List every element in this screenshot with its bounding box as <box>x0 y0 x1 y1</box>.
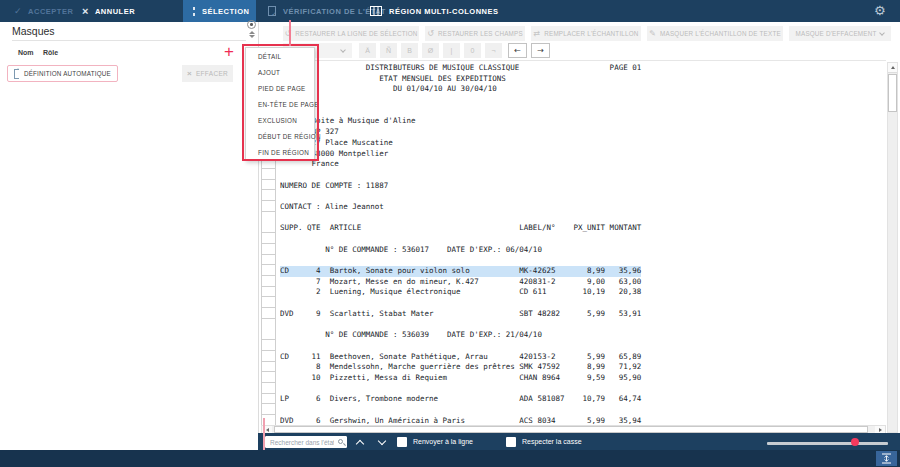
report-line[interactable]: 7 Mozart, Messe en do mineur, K.427 4208… <box>280 277 880 288</box>
trap-char-label: | <box>451 47 453 54</box>
search-input[interactable] <box>265 436 347 448</box>
vertical-scrollbar[interactable] <box>887 62 898 433</box>
horizontal-scrollbar-thumb[interactable] <box>274 426 868 433</box>
fit-height-icon <box>881 453 892 464</box>
status-bar <box>0 450 900 467</box>
restore-selection-line-label: RESTAURER LA LIGNE DE SÉLECTION <box>295 30 417 37</box>
wrap-line-checkbox[interactable] <box>397 437 407 447</box>
report-line[interactable]: ETAT MENSUEL DES EXPEDITIONS <box>280 74 880 85</box>
report-line-text: N° DE COMMANDE : 536039 DATE D'EXP.: 21/… <box>280 330 542 341</box>
report-line[interactable]: CD 4 Bartok, Sonate pour violon solo MK-… <box>280 266 880 277</box>
search-next-button[interactable] <box>378 437 386 445</box>
report-line[interactable] <box>280 106 880 117</box>
tab-multicolumn-region[interactable]: RÉGION MULTI-COLONNES <box>360 0 509 22</box>
zoom-slider-track[interactable] <box>767 442 888 445</box>
trap-char-label: B <box>407 47 412 54</box>
report-line[interactable] <box>280 384 880 395</box>
report-line[interactable]: 48000 Montpellier <box>280 149 880 160</box>
report-line[interactable]: 10 Pizzetti, Messa di Requiem CHAN 8964 … <box>280 373 880 384</box>
mask-text-sample-button[interactable]: ✎ MASQUER L'ÉCHANTILLON DE TEXTE <box>647 26 783 41</box>
report-line-text: DVD 6 Gershwin, Un Américain à Paris ACS… <box>280 416 641 425</box>
gear-icon[interactable]: ⚙ <box>874 3 886 18</box>
chevron-down-icon <box>340 47 346 53</box>
report-line[interactable] <box>280 170 880 181</box>
restore-fields-label: RESTAURER LES CHAMPS <box>438 30 523 37</box>
report-line[interactable]: LP 6 Divers, Trombone moderne ADA 581087… <box>280 394 880 405</box>
report-line[interactable] <box>280 341 880 352</box>
trap-char-label: Ø <box>428 47 433 54</box>
search-previous-button[interactable] <box>356 440 364 448</box>
accept-button[interactable]: ✓ ACCEPTER <box>14 0 73 22</box>
erase-mask-dropdown-button[interactable]: MASQUE D'EFFACEMENT <box>789 26 891 41</box>
report-line[interactable] <box>280 234 880 245</box>
page-edit-icon <box>14 68 19 79</box>
report-line[interactable] <box>280 320 880 331</box>
tab-region-label: RÉGION MULTI-COLONNES <box>389 7 499 16</box>
tab-selection[interactable]: SÉLECTION <box>183 0 256 22</box>
triangle-right-icon <box>879 428 882 432</box>
report-line-text: CD 4 Bartok, Sonate pour violon solo MK-… <box>280 266 641 277</box>
document-check-icon: ✓ <box>268 6 276 16</box>
arrow-left-icon: ← <box>514 46 521 55</box>
match-case-label: Respecter la casse <box>522 438 582 445</box>
nav-left-button[interactable]: ← <box>508 43 527 58</box>
panel-separator <box>12 40 246 41</box>
replace-sample-button[interactable]: ⇄ REMPLACER L'ÉCHANTILLON <box>531 26 641 41</box>
report-line[interactable] <box>280 298 880 309</box>
trap-char-label: ¬ <box>491 47 495 54</box>
report-line[interactable]: 27 Place Muscatine <box>280 138 880 149</box>
annotation-line-bottom <box>263 418 265 450</box>
report-line[interactable] <box>280 213 880 224</box>
report-line-text: NUMERO DE COMPTE : 11887 <box>280 181 388 192</box>
erase-mask-button[interactable]: × EFFACER <box>182 65 233 82</box>
trap-char-button[interactable]: Ä <box>359 43 376 58</box>
zoom-slider-handle[interactable] <box>851 438 859 446</box>
trap-char-button[interactable]: B <box>401 43 418 58</box>
trap-char-label: 0 <box>471 47 475 54</box>
report-line[interactable]: DU 01/04/10 AU 30/04/10 <box>280 84 880 95</box>
report-line[interactable]: N° DE COMMANDE : 536039 DATE D'EXP.: 21/… <box>280 330 880 341</box>
add-mask-button[interactable]: + <box>224 43 234 60</box>
scroll-right-button[interactable] <box>875 426 885 433</box>
vertical-scrollbar-thumb[interactable] <box>888 74 897 112</box>
report-line[interactable]: CD 11 Beethoven, Sonate Pathétique, Arra… <box>280 352 880 363</box>
columns-icon <box>370 6 382 16</box>
report-line[interactable]: SUPP. QTE ARTICLE LABEL/N° PX_UNIT MONTA… <box>280 223 880 234</box>
report-line-text: DVD 9 Scarlatti, Stabat Mater SBT 48282 … <box>280 309 641 320</box>
report-line[interactable] <box>280 95 880 106</box>
report-line[interactable]: BP 327 <box>280 127 880 138</box>
report-line-text: N° DE COMMANDE : 536017 DATE D'EXP.: 06/… <box>280 245 542 256</box>
report-line[interactable] <box>280 405 880 416</box>
report-line[interactable]: DISTRIBUTEURS DE MUSIQUE CLASSIQUE PAGE … <box>280 63 880 74</box>
report-line[interactable]: CONTACT : Aline Jeannot <box>280 202 880 213</box>
fit-height-button[interactable] <box>876 451 897 466</box>
report-line[interactable] <box>280 255 880 266</box>
nav-right-button[interactable]: → <box>531 43 550 58</box>
cancel-button[interactable]: × ANNULER <box>82 0 135 22</box>
trap-char-button[interactable]: 0 <box>464 43 481 58</box>
report-view: DISTRIBUTEURS DE MUSIQUE CLASSIQUE PAGE … <box>280 63 880 425</box>
report-line[interactable]: France <box>280 159 880 170</box>
report-line[interactable]: 8 Mendelssohn, Marche guerrière des prêt… <box>280 362 880 373</box>
report-line[interactable]: 2 Luening, Musique électronique CD 611 1… <box>280 287 880 298</box>
scroll-up-button[interactable] <box>888 63 897 73</box>
trap-char-button[interactable]: | <box>443 43 460 58</box>
trap-char-button[interactable]: Ñ <box>380 43 397 58</box>
report-line[interactable]: N° DE COMMANDE : 536017 DATE D'EXP.: 06/… <box>280 245 880 256</box>
report-line[interactable]: DVD 6 Gershwin, Un Américain à Paris ACS… <box>280 416 880 425</box>
trap-char-button[interactable]: ¬ <box>485 43 502 58</box>
cancel-label: ANNULER <box>95 7 135 16</box>
trap-char-button[interactable]: Ø <box>422 43 439 58</box>
pencil-icon: ✎ <box>649 30 656 38</box>
report-line[interactable]: DVD 9 Scarlatti, Stabat Mater SBT 48282 … <box>280 309 880 320</box>
restore-selection-line-button[interactable]: ↺ RESTAURER LA LIGNE DE SÉLECTION <box>283 26 419 41</box>
match-case-checkbox[interactable] <box>506 437 516 447</box>
auto-definition-button[interactable]: DÉFINITION AUTOMATIQUE <box>7 65 118 82</box>
autoscroll-arrows-icon <box>249 31 255 38</box>
restore-fields-button[interactable]: ↺ RESTAURER LES CHAMPS <box>425 26 525 41</box>
report-line[interactable]: NUMERO DE COMPTE : 11887 <box>280 181 880 192</box>
report-line[interactable] <box>280 191 880 202</box>
report-search-bar: Renvoyer à la ligne Respecter la casse <box>258 433 900 450</box>
report-line-text: SUPP. QTE ARTICLE LABEL/N° PX_UNIT MONTA… <box>280 223 641 234</box>
report-line[interactable]: Boite à Musique d'Aline <box>280 116 880 127</box>
